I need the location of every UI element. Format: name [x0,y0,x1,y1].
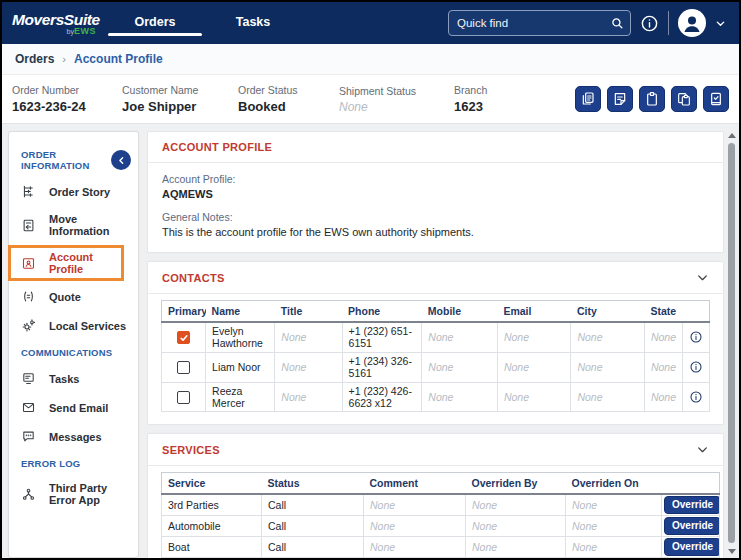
col-mobile: Mobile [422,301,498,323]
content-area: ORDER INFORMATION Order Story Move Infor… [2,124,739,558]
tasks-icon [21,371,36,386]
col-name: Name [206,301,275,323]
sidebar-item-label: Send Email [49,402,108,414]
check-icon [179,333,189,343]
sidebar-item-label: Account Profile [49,251,119,275]
contact-row: Reeza Mercer None +1 (232) 426-6623 x12 … [162,382,710,412]
sidebar-item-local-services[interactable]: Local Services [9,311,138,340]
primary-checkbox[interactable] [177,391,190,404]
service-name: 3rd Parties [162,494,262,516]
clipboard-copy-icon [676,91,692,107]
book-check-icon [708,91,724,107]
person-icon [680,11,704,35]
sidebar-item-order-story[interactable]: Order Story [9,177,138,206]
avatar[interactable] [678,9,706,37]
quote-icon [21,289,36,304]
contact-name: Reeza Mercer [206,382,275,412]
sidebar-item-label: Move Information [49,213,136,237]
override-button[interactable]: Override [664,517,720,535]
contact-state: None [644,382,682,412]
note-icon [612,91,628,107]
sidebar-item-label: Tasks [49,373,79,385]
sidebar-item-move-information[interactable]: Move Information [9,206,138,244]
services-table: Service Status Comment Overriden By Over… [161,472,720,558]
order-number-field: Order Number 1623-236-24 [12,84,122,114]
service-row: Automobile Call None None None Override [162,516,720,537]
contact-email: None [497,352,570,382]
override-button[interactable]: Override [664,538,720,556]
service-comment: None [364,516,466,537]
quick-find[interactable] [448,10,631,36]
sidebar-section-order-information: ORDER INFORMATION [9,149,138,171]
breadcrumb-separator: › [62,53,66,65]
primary-checkbox[interactable] [177,331,190,344]
contact-info-icon[interactable] [689,390,703,404]
quick-find-input[interactable] [457,17,611,29]
order-number-label: Order Number [12,84,122,96]
contact-phone: +1 (232) 426-6623 x12 [342,382,422,412]
sidebar-item-quote[interactable]: Quote [9,282,138,311]
chevron-down-icon[interactable] [696,271,709,284]
col-info [682,301,709,323]
messages-icon [21,429,36,444]
sidebar-collapse-button[interactable] [111,150,131,170]
main-panel: ACCOUNT PROFILE Account Profile: AQMEWS … [147,131,724,558]
copy-document-button[interactable] [575,86,601,112]
vertical-scrollbar[interactable] [727,131,736,556]
contact-city: None [571,352,644,382]
section-title: CONTACTS [162,272,225,284]
scrollbar-thumb[interactable] [728,143,735,543]
tab-tasks[interactable]: Tasks [204,7,302,40]
account-profile-header: ACCOUNT PROFILE [148,132,723,163]
primary-checkbox[interactable] [177,361,190,374]
sidebar-item-messages[interactable]: Messages [9,422,138,451]
breadcrumb-current: Account Profile [74,52,163,66]
contact-title: None [275,352,342,382]
service-overriden-on: None [566,494,662,516]
contact-phone: +1 (232) 651-6151 [342,322,422,352]
service-status: Call [262,516,364,537]
sidebar-item-tasks[interactable]: Tasks [9,364,138,393]
book-check-button[interactable] [703,86,729,112]
info-icon[interactable] [640,14,659,33]
chevron-down-icon[interactable] [696,443,709,456]
override-button[interactable]: Override [664,496,720,514]
account-profile-section: ACCOUNT PROFILE Account Profile: AQMEWS … [147,131,724,253]
user-menu-chevron-icon[interactable] [715,18,726,29]
navbar-right [448,9,729,37]
clipboard-button[interactable] [639,86,665,112]
sidebar-item-third-party-error-app[interactable]: Third Party Error App [9,475,138,513]
contact-info-icon[interactable] [689,330,703,344]
col-overriden-by: Overriden By [466,473,566,495]
account-profile-body: Account Profile: AQMEWS General Notes: T… [148,163,723,252]
service-name: Boat [162,537,262,558]
scroll-down-arrow[interactable] [728,549,736,554]
sidebar-item-send-email[interactable]: Send Email [9,393,138,422]
third-party-error-icon [21,487,36,502]
clipboard-copy-button[interactable] [671,86,697,112]
branch-label: Branch [454,84,544,96]
order-status-label: Order Status [238,84,339,96]
breadcrumb-orders[interactable]: Orders [15,52,54,66]
logo-by: by [67,28,74,35]
contact-info-icon[interactable] [689,360,703,374]
col-primary: Primary [162,301,206,323]
contact-mobile: None [422,382,498,412]
contact-title: None [275,382,342,412]
contact-city: None [571,382,644,412]
search-icon[interactable] [611,17,624,30]
sidebar-item-label: Third Party Error App [49,482,136,506]
tab-orders[interactable]: Orders [106,7,204,40]
col-override-action [662,473,720,495]
service-name: Automobile [162,516,262,537]
note-button[interactable] [607,86,633,112]
order-sidebar: ORDER INFORMATION Order Story Move Infor… [8,131,139,558]
service-overriden-by: None [466,537,566,558]
order-status-value: Booked [238,99,339,114]
scroll-up-arrow[interactable] [728,133,736,138]
customer-name-label: Customer Name [122,84,238,96]
sidebar-item-account-profile[interactable]: Account Profile [8,245,124,281]
shipment-status-label: Shipment Status [339,85,454,97]
customer-name-field: Customer Name Joe Shipper [122,84,238,114]
service-overriden-by: None [466,516,566,537]
